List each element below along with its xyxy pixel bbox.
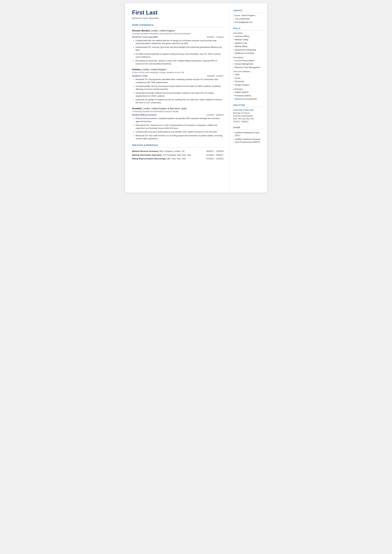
prev-job-1-details: Medical Records Assistant, ABC Company, … [132, 149, 202, 153]
left-column: First Last Revenue Cycle Specialist WORK… [125, 3, 229, 193]
other-title: OTHER [233, 126, 263, 130]
prev-job-1-dates: 06/2017 – 10/2018 [202, 149, 223, 153]
prev-job-1-rest: ABC Company, London, UK [159, 150, 185, 152]
bullet: Developed an electronic system to track … [133, 59, 224, 65]
bullet: Implemented 20+ revenue cycle tools and … [133, 46, 224, 52]
job-3-row: Medical Billing Assistant 11/2018 – 09/2… [132, 113, 224, 116]
contact-title: CONTACT [233, 9, 263, 13]
other-item-1: Certified Professional Coder (CPC) [233, 131, 263, 137]
prev-job-1: Medical Records Assistant, ABC Company, … [132, 149, 224, 153]
edu-degree: Bachelor of Science [233, 112, 263, 114]
bullet: Collaborated with the medical director t… [133, 39, 224, 45]
work-experience-section: WORK EXPERIENCE Resume Worded, London, U… [132, 24, 224, 140]
techniques-label: Techniques: [233, 56, 263, 59]
work-experience-title: WORK EXPERIENCE [132, 24, 224, 27]
bullet: Researched procedures, explained policie… [133, 117, 224, 123]
prev-job-3-rest: ABC, New York, USA [166, 157, 186, 160]
job-2-bullets: Resolved 70+ discrepancies identified wh… [132, 78, 224, 104]
job-3: Growthsi, London, United Kingdom & Barce… [132, 107, 224, 140]
job-2-title: Inpatient Coder [132, 75, 148, 77]
employer-1-location: London, United Kingdom [150, 29, 175, 32]
bullet: Assisted with insurance authorizations a… [133, 130, 224, 133]
tools-label: Tools and Software: [233, 70, 263, 73]
edu-location: New York City, New York [233, 117, 263, 120]
hard-skill-1: Insurance Billing [233, 35, 263, 38]
tool-4: Google Analytics [233, 84, 263, 87]
job-3-bullets: Researched procedures, explained policie… [132, 117, 224, 140]
employer-3-desc: A teaching hospital and biomedical resea… [132, 110, 224, 112]
prev-job-2-details: Medical Information Specialist, XYZ Comp… [132, 153, 202, 157]
edu-field: Business Administration [233, 114, 263, 117]
bullet: Mentored 20+ new staff members in record… [133, 134, 224, 140]
prev-job-2-dates: 01/2016 – 05/2017 [202, 153, 223, 157]
hard-skills-label: Hard Skills: [233, 32, 263, 34]
edu-dates: 10/2011 - 06/2014 [233, 120, 263, 123]
hard-skill-3: Inpatient Care [233, 42, 263, 45]
prev-job-3-details: Billing Representative (Internship), ABC… [132, 157, 202, 161]
hard-skill-4: Medical Billing [233, 45, 263, 48]
prev-job-1-bold: Medical Records Assistant, [132, 150, 159, 152]
prev-job-2: Medical Information Specialist, XYZ Comp… [132, 153, 224, 157]
prev-job-2-bold: Medical Information Specialist, [132, 154, 162, 156]
job-2: Polyhire, London, United Kingdom Cares f… [132, 68, 224, 104]
employer-1-desc: A private institution devoted to the tre… [132, 32, 224, 35]
job-2-row: Inpatient Coder 10/2019– 12/2021 [132, 75, 224, 77]
previous-experience-title: PREVIOUS EXPERIENCE [132, 144, 224, 147]
prev-job-3-bold: Billing Representative (Internship), [132, 157, 166, 160]
employer-2-line: Polyhire, London, United Kingdom [132, 68, 224, 71]
employer-1-line: Resume Worded, London, United Kingdom [132, 29, 224, 32]
resume-page: First Last Revenue Cycle Specialist WORK… [125, 3, 267, 193]
tool-1: CRM [233, 73, 263, 76]
job-1-dates: 01/2022 – Present [207, 36, 223, 38]
job-1-title: Revenue Cycle Specialist [132, 36, 158, 38]
prev-job-3-dates: 07/2014 – 12/2015 [202, 157, 223, 161]
technique-2: Denials Management [233, 63, 263, 66]
bullet: Improved the quality of medical records … [133, 98, 224, 104]
bullet: Resolved 70+ discrepancies identified wh… [133, 78, 224, 84]
other-item-2: Certified Healthcare Revenue Cycle Profe… [233, 138, 263, 144]
contact-address: Essex, United Kingdom [233, 14, 263, 17]
employer-2-location: London, United Kingdom [141, 68, 166, 71]
right-column: CONTACT Essex, United Kingdom +44 123456… [229, 3, 267, 193]
job-3-title: Medical Billing Assistant [132, 113, 157, 116]
job-2-dates: 10/2019– 12/2021 [207, 75, 224, 77]
skills-section: SKILLS Hard Skills: Insurance Billing Me… [233, 27, 263, 101]
hard-skill-6: Healthcare Consulting [233, 52, 263, 55]
bullet: Generated thorough medical record docume… [133, 91, 224, 98]
employer-3-line: Growthsi, London, United Kingdom & Barce… [132, 107, 224, 110]
education-section: EDUCATION University of New York Bachelo… [233, 104, 263, 123]
prev-job-2-rest: XYZ Company, New York, USA [162, 154, 191, 156]
job-1: Resume Worded, London, United Kingdom A … [132, 29, 224, 65]
edu-school-name: University of New York [233, 109, 263, 111]
candidate-name: First Last [132, 9, 224, 16]
language-1: English (Native) [233, 91, 263, 94]
contact-section: CONTACT Essex, United Kingdom +44 123456… [233, 9, 263, 24]
bullet: Provided clinical expertise to support c… [133, 53, 224, 59]
technique-1: Account Reconciliation [233, 59, 263, 62]
languages-label: Languages: [233, 88, 263, 90]
language-3: Spanish (Conversational) [233, 98, 263, 101]
employer-2-desc: Cares for the most medically complex pat… [132, 71, 224, 74]
job-1-bullets: Collaborated with the medical director t… [132, 39, 224, 65]
contact-email: first.last@gmail.com [233, 21, 263, 24]
language-2: Romanian (Native) [233, 94, 263, 97]
technique-3: Revenue Cycle Management [233, 66, 263, 69]
tool-3: Photoshop [233, 80, 263, 83]
bullet: Provided quality care by ensuring accura… [133, 85, 224, 91]
bullet: Discovered 20+ clerical errors in the co… [133, 124, 224, 130]
skills-title: SKILLS [233, 27, 263, 30]
contact-phone: +44 1234567890 [233, 18, 263, 21]
employer-3-location: London, United Kingdom & Barcelona, Spai… [142, 107, 187, 110]
other-section: OTHER Certified Professional Coder (CPC)… [233, 126, 263, 144]
job-3-dates: 11/2018 – 09/2019 [206, 114, 223, 116]
job-1-row: Revenue Cycle Specialist 01/2022 – Prese… [132, 36, 224, 38]
employer-2-name: Polyhire, [132, 68, 141, 71]
employer-3-name: Growthsi, [132, 107, 142, 110]
education-title: EDUCATION [233, 104, 263, 107]
hard-skill-5: Appointment Scheduling [233, 49, 263, 51]
employer-1-name: Resume Worded, [132, 29, 150, 32]
hard-skill-2: Medical Coding [233, 38, 263, 41]
tool-2: Canva [233, 77, 263, 80]
previous-jobs-table: Medical Records Assistant, ABC Company, … [132, 149, 224, 161]
candidate-title: Revenue Cycle Specialist [132, 17, 224, 19]
